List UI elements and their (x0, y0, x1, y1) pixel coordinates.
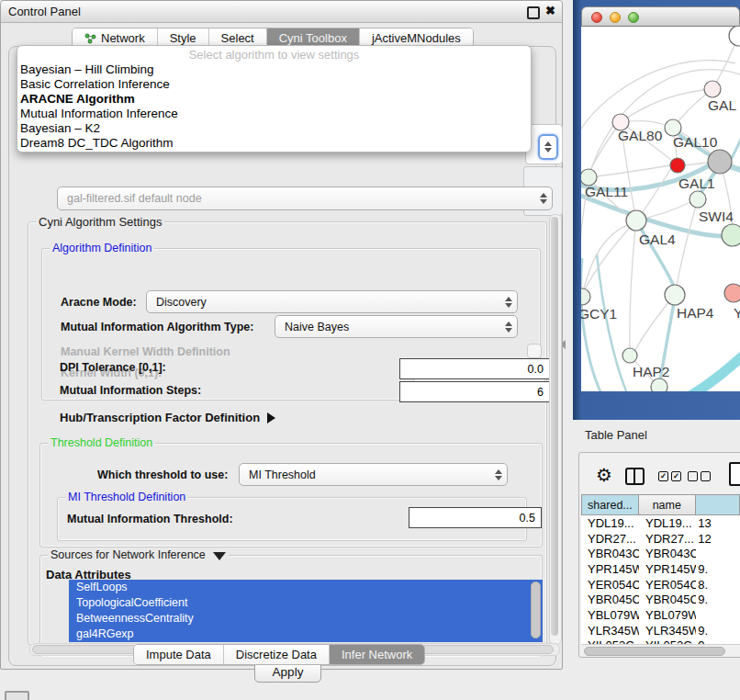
dpi-tolerance-value: 0.0 (528, 363, 544, 376)
network-window-titlebar[interactable] (581, 6, 740, 27)
mi-threshold-field[interactable]: 0.5 (409, 507, 542, 528)
network-edge (597, 165, 670, 176)
algorithm-option[interactable]: Bayesian – Hill Climbing (17, 62, 531, 77)
mi-type-label: Mutual Information Algorithm Type: (61, 321, 253, 333)
table-cell: YBR043C (639, 547, 696, 560)
node-label: HAP4 (677, 305, 714, 321)
network-table-combo-value: gal-filtered.sif default node (67, 192, 202, 205)
close-traffic-light[interactable] (591, 12, 602, 23)
settings-vertical-scrollbar[interactable] (549, 214, 562, 645)
network-node-gal1[interactable] (670, 158, 685, 173)
network-node[interactable] (651, 378, 667, 391)
table-cell: YPR145W (639, 562, 696, 576)
data-attribute-item[interactable]: SelfLoops (69, 580, 543, 595)
table-cell: YDR27... (581, 532, 639, 546)
data-attribute-item[interactable]: TopologicalCoefficient (69, 595, 543, 611)
tab-label: jActiveMNodules (372, 31, 461, 45)
network-node[interactable] (729, 27, 740, 46)
algorithm-option[interactable]: Basic Correlation Inference (17, 77, 531, 92)
page-icon[interactable] (729, 462, 740, 486)
aracne-mode-combo[interactable]: Discovery (146, 290, 518, 313)
deselect-all-icon[interactable] (688, 471, 711, 481)
expand-arrow-icon (267, 412, 275, 423)
combo-arrows-icon (505, 297, 512, 308)
table-row[interactable]: YBL079WYBL079W (581, 607, 740, 623)
network-canvas[interactable]: GALGAL80GAL10GAL1GAL11SWI4GAL4GCY1HAP4YH… (581, 27, 740, 391)
which-threshold-label: Which threshold to use: (97, 469, 228, 481)
which-threshold-combo[interactable]: MI Threshold (239, 463, 508, 486)
table-row[interactable]: YLR345WYLR345W9. (581, 623, 740, 638)
column-header-name[interactable]: name (639, 494, 696, 515)
minimize-traffic-light[interactable] (610, 12, 621, 23)
sources-group-title[interactable]: Sources for Network Inference (48, 548, 229, 561)
attributes-list-scrollbar[interactable] (531, 581, 541, 638)
tab-label: Network (101, 31, 145, 45)
network-node-gal4[interactable] (626, 210, 646, 231)
network-node-hap4[interactable] (665, 285, 685, 305)
algorithm-option[interactable]: Dream8 DC_TDC Algorithm (17, 136, 531, 151)
network-node-y[interactable] (724, 284, 740, 302)
cyni-algorithm-settings-group: Cyni Algorithm Settings Algorithm Defini… (28, 221, 547, 645)
manual-kernel-checkbox[interactable] (527, 344, 542, 358)
algorithm-select-popup: Select algorithm to view settings Bayesi… (17, 45, 532, 152)
zoom-traffic-light[interactable] (628, 12, 639, 23)
network-node[interactable] (722, 224, 740, 246)
apply-button-label: Apply (273, 665, 304, 679)
data-attribute-item[interactable]: BetweennessCentrality (69, 611, 543, 627)
data-attributes-list[interactable]: SelfLoopsTopologicalCoefficientBetweenne… (69, 580, 543, 642)
node-label: GCY1 (581, 306, 617, 322)
table-cell: YBR045C (581, 593, 639, 606)
select-all-icon[interactable]: ✓✓ (658, 471, 681, 481)
float-window-icon[interactable] (527, 6, 540, 19)
algorithm-option[interactable]: ARACNE Algorithm (17, 92, 531, 107)
tab-infer-network[interactable]: Infer Network (330, 645, 424, 664)
data-attribute-item[interactable]: gal4RGexp (69, 627, 543, 642)
threshold-definition-title: Threshold Definition (48, 436, 155, 449)
network-node-swi4[interactable] (690, 191, 706, 208)
node-label: GAL (708, 97, 736, 113)
algorithm-option[interactable]: Bayesian – K2 (17, 121, 531, 136)
network-edge (597, 254, 628, 391)
threshold-definition-group: Threshold Definition Which threshold to … (39, 443, 543, 548)
close-icon[interactable]: ✖ (545, 4, 555, 17)
column-header-shared[interactable]: shared... (581, 494, 639, 515)
algorithm-option[interactable]: Mutual Information Inference (17, 107, 531, 121)
table-row[interactable]: YDR27...YDR27...12 (581, 531, 740, 547)
network-table-combo[interactable]: gal-filtered.sif default node (57, 186, 553, 210)
mi-steps-field[interactable]: 6 (399, 381, 550, 402)
tab-label: Style (170, 31, 196, 45)
tab-discretize-data[interactable]: Discretize Data (224, 645, 330, 664)
table-row[interactable]: YER054CYER054C8. (581, 577, 740, 593)
table-row[interactable]: YDL19...YDL19...13 (581, 515, 740, 531)
network-node[interactable] (708, 150, 732, 174)
split-columns-icon[interactable] (625, 468, 645, 485)
network-edge (630, 220, 636, 348)
node-label: GAL11 (585, 184, 628, 199)
table-row[interactable]: YBR045CYBR045C9. (581, 592, 740, 607)
hub-definition-toggle[interactable]: Hub/Transcription Factor Definition (60, 411, 275, 424)
gear-icon[interactable]: ⚙ (596, 466, 612, 484)
node-label: HAP2 (633, 364, 670, 379)
mi-threshold-definition-group: MI Threshold Definition Mutual Informati… (57, 497, 527, 541)
control-panel-titlebar[interactable]: Control Panel ✖ (1, 1, 562, 23)
dpi-tolerance-field[interactable]: 0.0 (399, 358, 550, 379)
combo-arrows-icon (540, 193, 547, 204)
table-panel-title: Table Panel (585, 428, 647, 442)
network-node-gal[interactable] (704, 81, 721, 97)
network-node-gcy1[interactable] (581, 288, 590, 305)
table-row[interactable]: YPR145WYPR145W9. (581, 561, 740, 577)
column-header[interactable] (696, 494, 740, 515)
table-cell: YLR345W (581, 624, 639, 638)
network-node-hap2[interactable] (622, 348, 637, 363)
tab-impute-data[interactable]: Impute Data (134, 645, 224, 664)
node-table: shared...name YDL19...YDL19...13YDR27...… (581, 494, 740, 644)
screen: { "control_panel": { "title": "Control P… (0, 0, 740, 700)
table-row[interactable]: YBR043CYBR043C (581, 546, 740, 561)
table-header-row: shared...name (581, 494, 740, 515)
table-horizontal-scrollbar[interactable] (581, 644, 740, 656)
algorithm-combo-focused-cap[interactable] (538, 134, 558, 160)
mi-algorithm-type-combo[interactable]: Naive Bayes (275, 315, 518, 338)
table-cell: YBL079W (581, 608, 639, 622)
network-edge (621, 89, 712, 122)
table-cell: YER054C (581, 578, 639, 592)
